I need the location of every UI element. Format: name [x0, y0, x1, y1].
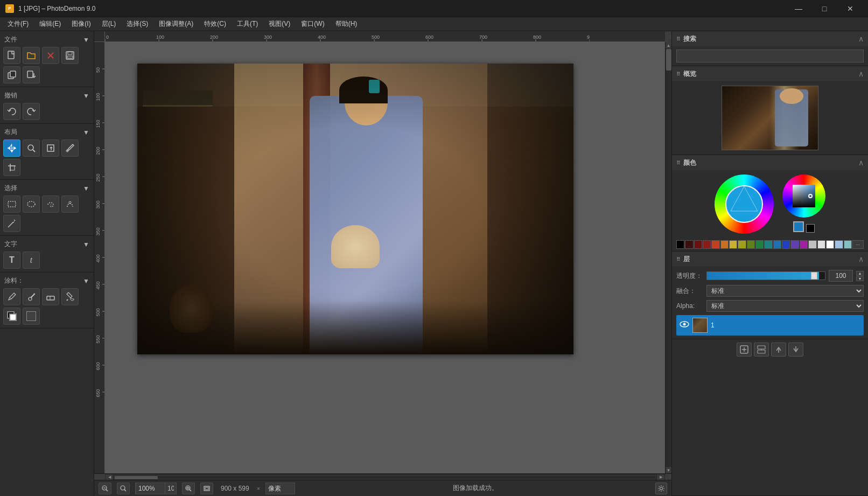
menu-item-窗口(W)[interactable]: 窗口(W)	[296, 18, 330, 30]
swatch-lightteal[interactable]	[844, 240, 852, 249]
paint-section-header[interactable]: 涂料： ▼	[0, 275, 94, 287]
swatch-purple2[interactable]	[800, 240, 808, 249]
swatch-blue2[interactable]	[782, 240, 790, 249]
file-section-header[interactable]: 文件 ▼	[0, 33, 94, 46]
canvas-viewport[interactable]	[105, 42, 665, 473]
swatch-black[interactable]	[676, 240, 684, 249]
menu-item-特效(C)[interactable]: 特效(C)	[199, 18, 232, 30]
fit-button[interactable]	[200, 483, 213, 494]
swatch-purple1[interactable]	[790, 240, 799, 249]
eraser-button[interactable]	[42, 288, 59, 305]
zoom-input[interactable]: 100%	[136, 483, 165, 494]
swatch-green1[interactable]	[747, 240, 755, 249]
scroll-right-button[interactable]: ▶	[657, 474, 664, 480]
swatch-red2[interactable]	[703, 240, 711, 249]
color-expand-icon[interactable]: ∧	[858, 158, 864, 167]
wand-select-button[interactable]	[3, 215, 20, 232]
scroll-up-button[interactable]: ▲	[666, 42, 671, 48]
color-cursor[interactable]	[808, 194, 813, 198]
menu-item-选择(S)[interactable]: 选择(S)	[121, 18, 153, 30]
maximize-button[interactable]: □	[812, 0, 837, 17]
v-scroll-track[interactable]	[666, 48, 671, 467]
rect-select-button[interactable]	[3, 195, 20, 213]
swatch-orange2[interactable]	[720, 240, 729, 249]
swatch-lightblue[interactable]	[835, 240, 843, 249]
minimize-button[interactable]: —	[786, 0, 811, 17]
close-button[interactable]: ✕	[838, 0, 863, 17]
layout-section-header[interactable]: 布局 ▼	[0, 126, 94, 138]
move-layer-up-button[interactable]	[771, 343, 786, 357]
swatch-teal[interactable]	[764, 240, 772, 249]
save-file-button[interactable]	[61, 47, 79, 64]
swatch-yellow2[interactable]	[738, 240, 746, 249]
search-header[interactable]: ⠿ 搜索 ∧	[672, 31, 868, 46]
move-layer-down-button[interactable]	[788, 343, 803, 357]
swatch-red1[interactable]	[694, 240, 702, 249]
overview-expand-icon[interactable]: ∧	[858, 69, 864, 78]
search-input[interactable]	[676, 50, 864, 62]
magic-select-button[interactable]	[61, 195, 79, 213]
layer-item-1[interactable]: 1	[676, 315, 864, 336]
swatch-gray[interactable]	[808, 240, 816, 249]
export-button[interactable]	[23, 66, 40, 83]
h-scroll-track[interactable]	[114, 475, 656, 479]
move-tool-button[interactable]	[3, 139, 20, 157]
scroll-left-button[interactable]: ◀	[106, 474, 113, 480]
zoom-reset-button[interactable]	[117, 483, 130, 494]
zoom-control[interactable]: 100% 25%50%75%100%150%200%	[135, 483, 177, 494]
text-fancy-button[interactable]: t	[23, 252, 40, 269]
units-select[interactable]: 像素	[265, 483, 295, 494]
opacity-thumb[interactable]	[811, 272, 817, 280]
swatch-white[interactable]	[826, 240, 834, 249]
hue-wheel[interactable]	[782, 174, 825, 234]
opacity-down[interactable]: ▼	[856, 276, 864, 281]
add-layer-button[interactable]	[737, 343, 752, 357]
menu-item-视图(V)[interactable]: 视图(V)	[263, 18, 296, 30]
new-file-button[interactable]	[3, 47, 20, 64]
h-scroll-thumb[interactable]	[115, 476, 158, 479]
swatch-darkred[interactable]	[685, 240, 693, 249]
menu-item-编辑(E)[interactable]: 编辑(E)	[34, 18, 66, 30]
menu-item-图像(I)[interactable]: 图像(I)	[66, 18, 96, 30]
blend-select[interactable]: 标准正片叠底滤色叠加	[706, 285, 864, 297]
select-section-header[interactable]: 选择 ▼	[0, 182, 94, 194]
v-scroll-thumb[interactable]	[666, 49, 671, 71]
zoom-select[interactable]: 25%50%75%100%150%200%	[165, 483, 176, 494]
pencil-button[interactable]	[3, 288, 20, 305]
swatch-lightgray[interactable]	[817, 240, 825, 249]
layers-header[interactable]: ⠿ 层 ∧	[672, 252, 868, 267]
close-file-button[interactable]	[42, 47, 59, 64]
undo-button[interactable]	[3, 103, 20, 120]
open-file-button[interactable]	[23, 47, 40, 64]
undo-section-header[interactable]: 撤销 ▼	[0, 89, 94, 102]
redo-button[interactable]	[23, 103, 40, 120]
hue-wheel-ring[interactable]	[782, 174, 825, 218]
fg-color-box[interactable]	[793, 221, 804, 232]
settings-button[interactable]	[655, 483, 667, 494]
ellipse-select-button[interactable]	[23, 195, 40, 213]
color-box-button[interactable]	[23, 308, 40, 325]
h-scrollbar[interactable]: ◀ ▶	[105, 474, 665, 480]
fill-button[interactable]	[61, 288, 79, 305]
swatch-yellow1[interactable]	[729, 240, 737, 249]
swatch-blue1[interactable]	[773, 240, 781, 249]
opacity-input[interactable]: 100	[829, 270, 853, 282]
color-header[interactable]: ⠿ 颜色 ∧	[672, 155, 868, 170]
scroll-down-button[interactable]: ▼	[666, 467, 671, 473]
zoom-in-button[interactable]	[182, 483, 195, 494]
text-tool-button[interactable]: T	[3, 252, 20, 269]
eyedropper-tool-button[interactable]	[61, 139, 79, 157]
more-swatches-button[interactable]: ···	[852, 240, 864, 249]
transform-tool-button[interactable]	[42, 139, 59, 157]
zoom-out-button[interactable]	[99, 483, 111, 494]
opacity-slider[interactable]	[706, 271, 825, 280]
layers-expand-icon[interactable]: ∧	[858, 255, 864, 263]
color-tool-button[interactable]	[3, 308, 20, 325]
search-expand-icon[interactable]: ∧	[858, 34, 864, 43]
menu-item-层(L)[interactable]: 层(L)	[96, 18, 122, 30]
right-scrollbar[interactable]: ▲ ▼	[665, 42, 671, 473]
layer-visibility-icon[interactable]	[680, 320, 689, 330]
swatch-orange1[interactable]	[711, 240, 719, 249]
copy-button[interactable]	[3, 66, 20, 83]
bg-color-box[interactable]	[806, 224, 815, 233]
